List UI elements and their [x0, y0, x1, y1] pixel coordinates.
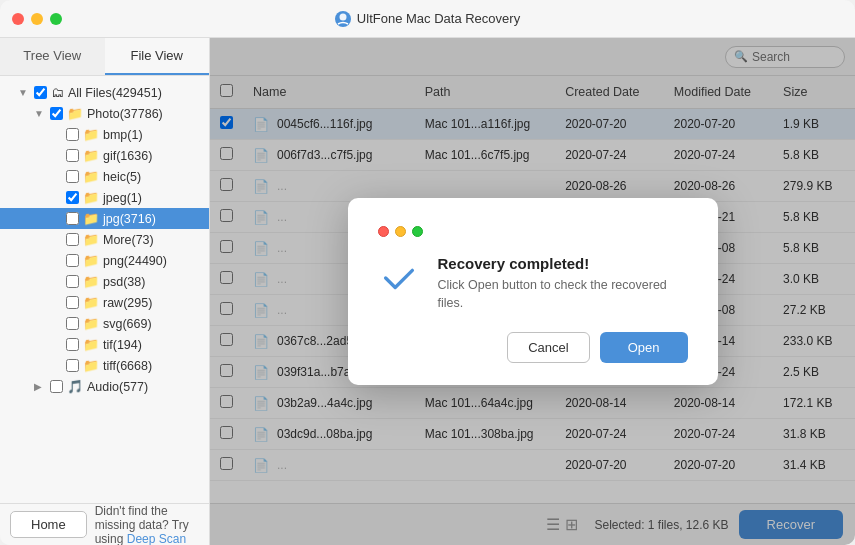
expand-icon: ▼ — [18, 87, 30, 98]
psd-label: psd(38) — [103, 275, 145, 289]
sidebar-item-gif[interactable]: 📁 gif(1636) — [0, 145, 209, 166]
gif-label: gif(1636) — [103, 149, 152, 163]
sidebar-item-jpg[interactable]: 📁 jpg(3716) — [0, 208, 209, 229]
modal-close-button[interactable] — [378, 226, 389, 237]
jpg-checkbox[interactable] — [66, 212, 79, 225]
psd-checkbox[interactable] — [66, 275, 79, 288]
folder-icon: 📁 — [83, 169, 99, 184]
root-checkbox[interactable] — [34, 86, 47, 99]
more-checkbox[interactable] — [66, 233, 79, 246]
tree-item-photo[interactable]: ▼ 📁 Photo(37786) — [0, 103, 209, 124]
minimize-button[interactable] — [31, 13, 43, 25]
window-controls — [12, 13, 62, 25]
png-checkbox[interactable] — [66, 254, 79, 267]
folder-icon: 📁 — [67, 106, 83, 121]
app-title: UltFone Mac Data Recovery — [335, 11, 520, 27]
raw-checkbox[interactable] — [66, 296, 79, 309]
folder-icon: 📁 — [83, 358, 99, 373]
modal-open-button[interactable]: Open — [600, 332, 688, 363]
modal-maximize-button[interactable] — [412, 226, 423, 237]
home-button[interactable]: Home — [10, 511, 87, 538]
modal-minimize-button[interactable] — [395, 226, 406, 237]
folder-icon: 📁 — [83, 211, 99, 226]
sidebar-bottom: Home Didn't find the missing data? Try u… — [0, 503, 209, 545]
sidebar-item-tif[interactable]: 📁 tif(194) — [0, 334, 209, 355]
jpeg-checkbox[interactable] — [66, 191, 79, 204]
tree-item-audio[interactable]: ▶ 🎵 Audio(577) — [0, 376, 209, 397]
folder-icon: 🗂 — [51, 85, 64, 100]
modal-text: Recovery completed! Click Open button to… — [438, 255, 688, 312]
app-icon — [335, 11, 351, 27]
tif-checkbox[interactable] — [66, 338, 79, 351]
folder-icon: 📁 — [83, 274, 99, 289]
jpeg-label: jpeg(1) — [103, 191, 142, 205]
modal-title: Recovery completed! — [438, 255, 688, 272]
close-button[interactable] — [12, 13, 24, 25]
heic-checkbox[interactable] — [66, 170, 79, 183]
missing-data-text: Didn't find the missing data? Try using … — [95, 504, 199, 546]
titlebar: UltFone Mac Data Recovery — [0, 0, 855, 38]
sidebar: Tree View File View ▼ 🗂 All Files(429451… — [0, 38, 210, 545]
sidebar-item-svg[interactable]: 📁 svg(669) — [0, 313, 209, 334]
folder-icon: 📁 — [83, 295, 99, 310]
content-area: 🔍 Name Path Created Date Modified Date S… — [210, 38, 855, 545]
sidebar-item-psd[interactable]: 📁 psd(38) — [0, 271, 209, 292]
heic-label: heic(5) — [103, 170, 141, 184]
jpg-label: jpg(3716) — [103, 212, 156, 226]
gif-checkbox[interactable] — [66, 149, 79, 162]
file-tree: ▼ 🗂 All Files(429451) ▼ 📁 Photo(37786) 📁… — [0, 76, 209, 503]
tab-tree-view[interactable]: Tree View — [0, 38, 105, 75]
audio-checkbox[interactable] — [50, 380, 63, 393]
tab-file-view[interactable]: File View — [105, 38, 210, 75]
sidebar-item-jpeg[interactable]: 📁 jpeg(1) — [0, 187, 209, 208]
modal-titlebar — [378, 226, 688, 237]
folder-icon: 📁 — [83, 127, 99, 142]
folder-icon: 📁 — [83, 190, 99, 205]
photo-checkbox[interactable] — [50, 107, 63, 120]
bmp-label: bmp(1) — [103, 128, 143, 142]
modal-header: Recovery completed! Click Open button to… — [378, 255, 688, 312]
recovery-modal: Recovery completed! Click Open button to… — [348, 198, 718, 385]
sidebar-item-raw[interactable]: 📁 raw(295) — [0, 292, 209, 313]
expand-icon: ▼ — [34, 108, 46, 119]
modal-actions: Cancel Open — [378, 332, 688, 363]
svg-label: svg(669) — [103, 317, 152, 331]
bmp-checkbox[interactable] — [66, 128, 79, 141]
tif-label: tif(194) — [103, 338, 142, 352]
sidebar-item-bmp[interactable]: 📁 bmp(1) — [0, 124, 209, 145]
folder-icon: 📁 — [83, 253, 99, 268]
modal-subtitle: Click Open button to check the recovered… — [438, 277, 688, 312]
sidebar-item-tiff[interactable]: 📁 tiff(6668) — [0, 355, 209, 376]
modal-overlay: Recovery completed! Click Open button to… — [210, 38, 855, 545]
tiff-label: tiff(6668) — [103, 359, 152, 373]
modal-cancel-button[interactable]: Cancel — [507, 332, 589, 363]
png-label: png(24490) — [103, 254, 167, 268]
folder-icon: 📁 — [83, 148, 99, 163]
sidebar-item-more[interactable]: 📁 More(73) — [0, 229, 209, 250]
app-title-text: UltFone Mac Data Recovery — [357, 11, 520, 26]
expand-icon: ▶ — [34, 381, 46, 392]
view-tabs: Tree View File View — [0, 38, 209, 76]
svg-checkbox[interactable] — [66, 317, 79, 330]
folder-icon: 📁 — [83, 337, 99, 352]
audio-label: Audio(577) — [87, 380, 148, 394]
more-label: More(73) — [103, 233, 154, 247]
sidebar-item-heic[interactable]: 📁 heic(5) — [0, 166, 209, 187]
root-label: All Files(429451) — [68, 86, 162, 100]
check-icon — [378, 257, 420, 299]
main-layout: Tree View File View ▼ 🗂 All Files(429451… — [0, 38, 855, 545]
tree-item-root[interactable]: ▼ 🗂 All Files(429451) — [0, 82, 209, 103]
folder-icon: 📁 — [83, 316, 99, 331]
sidebar-item-png[interactable]: 📁 png(24490) — [0, 250, 209, 271]
maximize-button[interactable] — [50, 13, 62, 25]
photo-label: Photo(37786) — [87, 107, 163, 121]
audio-icon: 🎵 — [67, 379, 83, 394]
deep-scan-link[interactable]: Deep Scan — [127, 532, 186, 546]
tiff-checkbox[interactable] — [66, 359, 79, 372]
folder-icon: 📁 — [83, 232, 99, 247]
raw-label: raw(295) — [103, 296, 152, 310]
svg-point-0 — [339, 13, 346, 20]
